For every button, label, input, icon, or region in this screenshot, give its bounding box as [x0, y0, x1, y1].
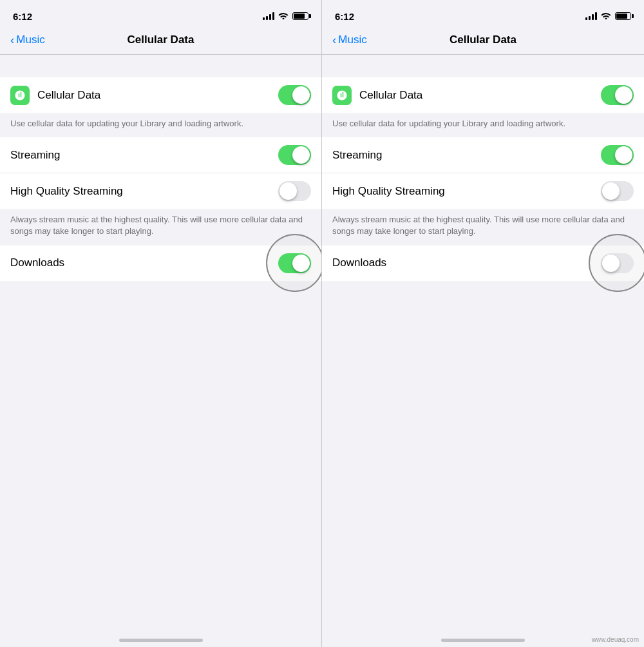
status-bar-right: 6:12 — [322, 0, 644, 28]
downloads-group-right: Downloads — [322, 246, 644, 281]
back-button-left[interactable]: ‹ Music — [10, 34, 45, 47]
cellular-data-description-right: Use cellular data for updating your Libr… — [322, 113, 644, 137]
streaming-group-right: Streaming High Quality Streaming — [322, 137, 644, 209]
downloads-group-left: Downloads — [0, 246, 321, 281]
content-left: Cellular Data Use cellular data for upda… — [0, 55, 321, 625]
downloads-row-left: Downloads — [0, 246, 321, 281]
streaming-toggle-left[interactable] — [278, 145, 311, 165]
cellular-data-label-right: Cellular Data — [359, 89, 601, 102]
downloads-toggle-right[interactable] — [601, 253, 634, 273]
downloads-toggle-wrapper-right — [601, 253, 634, 273]
downloads-label-left: Downloads — [10, 256, 278, 269]
streaming-toggle-right[interactable] — [601, 145, 634, 165]
cellular-data-row-right: Cellular Data — [322, 77, 644, 113]
back-chevron-right: ‹ — [332, 33, 336, 47]
watermark: www.deuaq.com — [592, 636, 639, 643]
streaming-row-right: Streaming — [322, 137, 644, 173]
cellular-data-label-left: Cellular Data — [37, 89, 278, 102]
nav-title-right: Cellular Data — [450, 34, 516, 46]
high-quality-streaming-toggle-right[interactable] — [601, 181, 634, 201]
streaming-group-left: Streaming High Quality Streaming — [0, 137, 321, 209]
downloads-toggle-left[interactable] — [278, 253, 311, 273]
downloads-label-right: Downloads — [332, 256, 601, 269]
cellular-data-toggle-left[interactable] — [278, 85, 311, 105]
battery-icon-left — [292, 12, 308, 20]
wifi-icon-left — [278, 11, 289, 21]
cellular-data-group-right: Cellular Data — [322, 77, 644, 113]
high-quality-streaming-toggle-left[interactable] — [278, 181, 311, 201]
status-time-right: 6:12 — [335, 11, 354, 22]
downloads-row-right: Downloads — [322, 246, 644, 281]
cellular-data-icon-left — [10, 86, 30, 105]
nav-bar-left: ‹ Music Cellular Data — [0, 28, 321, 55]
signal-icon-left — [263, 12, 274, 20]
status-bar-left: 6:12 — [0, 0, 321, 28]
high-quality-streaming-row-right: High Quality Streaming — [322, 173, 644, 209]
home-bar-right — [441, 639, 525, 642]
streaming-label-right: Streaming — [332, 149, 601, 162]
back-label-right: Music — [338, 34, 366, 46]
cellular-data-description-left: Use cellular data for updating your Libr… — [0, 113, 321, 137]
section-gap-1-left — [0, 55, 321, 77]
content-right: Cellular Data Use cellular data for upda… — [322, 55, 644, 625]
cellular-data-toggle-right[interactable] — [601, 85, 634, 105]
wifi-icon-right — [601, 11, 611, 21]
high-quality-streaming-row-left: High Quality Streaming — [0, 173, 321, 209]
battery-icon-right — [615, 12, 631, 20]
high-quality-description-right: Always stream music at the highest quali… — [322, 209, 644, 245]
status-time-left: 6:12 — [13, 11, 32, 22]
nav-title-left: Cellular Data — [128, 34, 194, 46]
status-icons-left — [263, 11, 308, 21]
home-bar-left — [119, 639, 203, 642]
section-gap-1-right — [322, 55, 644, 77]
status-icons-right — [585, 11, 631, 21]
cellular-data-group-left: Cellular Data — [0, 77, 321, 113]
high-quality-streaming-label-right: High Quality Streaming — [332, 185, 601, 198]
back-button-right[interactable]: ‹ Music — [332, 34, 367, 47]
back-chevron-left: ‹ — [10, 33, 14, 47]
downloads-toggle-wrapper-left — [278, 253, 311, 273]
high-quality-description-left: Always stream music at the highest quali… — [0, 209, 321, 245]
left-phone-panel: 6:12 ‹ Music Cel — [0, 0, 322, 647]
back-label-left: Music — [16, 34, 44, 46]
right-phone-panel: 6:12 ‹ Music Cel — [322, 0, 644, 647]
high-quality-streaming-label-left: High Quality Streaming — [10, 185, 278, 198]
cellular-data-row-left: Cellular Data — [0, 77, 321, 113]
cellular-data-icon-right — [332, 86, 352, 105]
home-indicator-left — [0, 625, 321, 647]
streaming-label-left: Streaming — [10, 149, 278, 162]
nav-bar-right: ‹ Music Cellular Data — [322, 28, 644, 55]
signal-icon-right — [585, 12, 597, 20]
streaming-row-left: Streaming — [0, 137, 321, 173]
